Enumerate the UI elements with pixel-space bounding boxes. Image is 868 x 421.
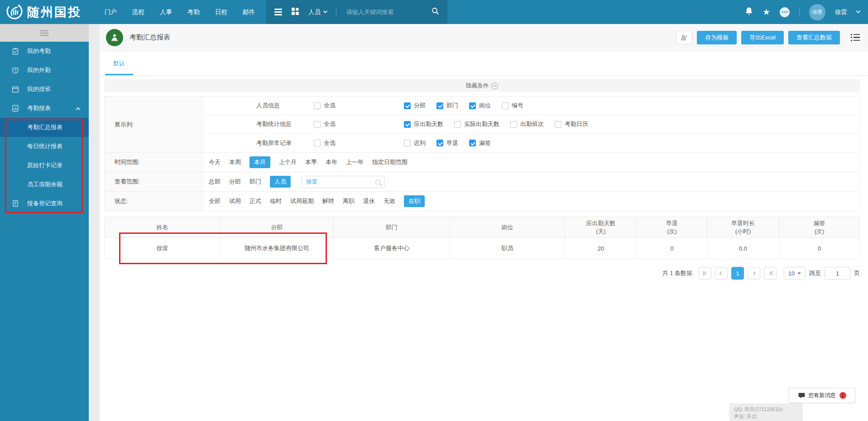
checkbox-option-missed-sign[interactable]: 漏签 [469,139,491,147]
nav-menu: 门户 流程 人事 考勤 日程 邮件 [97,0,263,24]
sidebar-collapse-toggle[interactable] [0,24,89,42]
search-icon[interactable] [375,179,380,184]
chevron-up-icon [76,107,81,112]
menu-icon[interactable] [274,9,282,15]
status-option-invalid[interactable]: 无效 [384,197,395,205]
list-view-icon[interactable] [851,34,860,41]
select-all-checkbox[interactable]: 全选 [314,120,336,128]
favorites-star-icon[interactable]: ★ [762,8,770,16]
nav-item-workflow[interactable]: 流程 [125,0,152,24]
search-icon[interactable] [432,7,439,17]
time-option-this-quarter[interactable]: 本季 [305,158,317,166]
nav-item-mail[interactable]: 邮件 [235,0,263,24]
sidebar-item-my-shifts[interactable]: 我的排班 [0,80,89,99]
checkbox-option-early-leave[interactable]: 早退 [436,139,458,147]
time-option-last-month[interactable]: 上个月 [279,158,297,166]
avatar[interactable]: 徐雷 [809,4,825,20]
status-option-resigned[interactable]: 离职 [343,197,355,205]
nav-item-schedule[interactable]: 日程 [207,0,235,24]
page-size-select[interactable]: 10 [784,267,806,280]
status-option-probation-extended[interactable]: 试用延期 [290,197,314,205]
sidebar-item-my-attendance[interactable]: 我的考勤 [0,42,89,61]
checkbox-option-calendar[interactable]: 考勤日历 [555,120,588,128]
next-page-button[interactable] [748,267,760,280]
hide-conditions-toggle[interactable]: 隐藏条件 [104,79,860,92]
select-all-checkbox[interactable]: 全选 [314,139,336,147]
checkbox[interactable] [454,121,461,128]
sidebar-item-daily-stats-report[interactable]: 每日统计报表 [0,137,89,156]
export-excel-button[interactable]: 导出Excel [741,31,784,44]
sidebar-item-raw-punch-records[interactable]: 原始打卡记录 [0,156,89,175]
scope-option-branch[interactable]: 分部 [229,178,241,186]
sidebar-item-filing-query[interactable]: 报备登记查询 [0,194,89,213]
checkbox[interactable] [404,121,411,128]
sidebar-item-leave-balance[interactable]: 员工假期余额 [0,175,89,194]
checkbox-option-branch[interactable]: 分部 [404,102,426,110]
apps-grid-icon[interactable] [291,7,299,17]
filter-table: 展示列: 人员信息 全选 [104,96,860,211]
status-option-all[interactable]: 全部 [209,197,221,205]
sidebar-item-summary-report[interactable]: 考勤汇总报表 [0,118,89,137]
sidebar-item-my-fieldwork[interactable]: 我的外勤 [0,61,89,80]
status-option-retired[interactable]: 退休 [363,197,375,205]
global-search-input[interactable] [345,8,422,16]
checkbox[interactable] [436,102,443,109]
bell-icon[interactable] [745,7,753,17]
user-name: 徐雷 [835,8,847,16]
checkbox[interactable] [510,121,517,128]
time-option-this-week[interactable]: 本周 [229,158,241,166]
time-option-this-year[interactable]: 本年 [326,158,337,166]
template-tool-button[interactable] [676,31,692,44]
sidebar-item-label: 员工假期余额 [27,180,62,189]
status-option-probation[interactable]: 试用 [229,197,241,205]
nav-item-attendance[interactable]: 考勤 [180,0,207,24]
checkbox-option-late[interactable]: 迟到 [404,139,426,147]
checkbox[interactable] [404,102,411,109]
nav-item-hr[interactable]: 人事 [152,0,180,24]
sidebar-item-attendance-reports[interactable]: 考勤报表 [0,99,89,118]
checkbox[interactable] [314,102,321,109]
status-option-dismissed[interactable]: 解聘 [322,197,334,205]
view-summary-button[interactable]: 查看汇总数据 [788,31,840,44]
checkbox-option-department[interactable]: 部门 [436,102,458,110]
checkbox-option-due-days[interactable]: 应出勤天数 [404,120,443,128]
checkbox[interactable] [502,102,508,109]
time-option-this-month[interactable]: 本月 [249,156,270,168]
checkbox[interactable] [469,102,476,109]
user-menu-chevron-icon[interactable] [856,9,861,14]
time-option-today[interactable]: 今天 [209,158,221,166]
checkbox-option-number[interactable]: 编号 [502,102,523,110]
page-number-button[interactable]: 1 [731,267,744,280]
status-option-regular[interactable]: 正式 [249,197,261,205]
checkbox[interactable] [436,140,443,146]
checkbox[interactable] [555,121,561,128]
scope-option-headquarters[interactable]: 总部 [209,178,221,186]
checkbox-option-actual-days[interactable]: 实际出勤天数 [454,120,499,128]
brand[interactable]: 随州国投 [0,2,91,22]
checkbox[interactable] [314,121,321,128]
jump-page-input[interactable] [825,267,850,280]
prev-page-button[interactable] [715,267,728,280]
scope-option-person[interactable]: 人员 [270,176,291,188]
checkbox[interactable] [469,140,476,146]
more-options-icon[interactable] [780,7,790,17]
scope-option-department[interactable]: 部门 [249,178,261,186]
nav-item-portal[interactable]: 门户 [97,0,125,24]
last-page-button[interactable] [764,267,777,280]
status-option-active[interactable]: 在职 [404,195,425,207]
status-option-temporary[interactable]: 临时 [270,197,282,205]
cell-due-days: 20 [565,238,637,259]
time-option-last-year[interactable]: 上一年 [346,158,364,166]
checkbox-option-shifts[interactable]: 出勤班次 [510,120,544,128]
search-scope-dropdown[interactable]: 人员 [308,8,327,16]
checkbox[interactable] [314,140,321,146]
person-search-input[interactable] [305,178,375,185]
select-all-checkbox[interactable]: 全选 [314,102,336,110]
checkbox-option-position[interactable]: 岗位 [469,102,491,110]
first-page-button[interactable] [699,267,711,280]
save-template-button[interactable]: 存为模板 [697,31,737,44]
checkbox[interactable] [404,140,411,146]
time-option-custom-range[interactable]: 指定日期范围 [372,158,408,166]
tab-default[interactable]: 默认 [110,51,129,75]
new-message-bar[interactable]: 您有新消息 1 [789,388,855,403]
